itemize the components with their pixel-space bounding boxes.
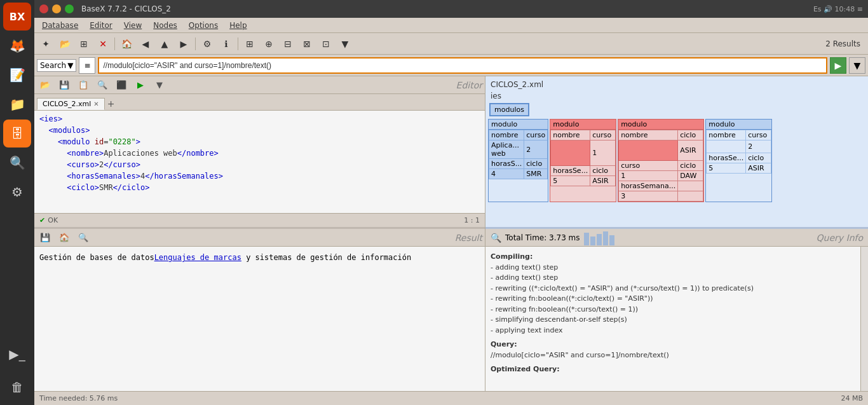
toolbar-dropdown[interactable]: ▼	[336, 36, 354, 52]
editor-open[interactable]: 📂	[37, 78, 53, 93]
m3-horas-empty	[678, 181, 703, 191]
m1-ciclo-label: ciclo	[524, 159, 548, 169]
menu-editor[interactable]: Editor	[85, 20, 118, 31]
maximize-button[interactable]	[65, 4, 74, 13]
toolbar-view4[interactable]: ⊠	[298, 36, 316, 52]
toolbar-up[interactable]: ▲	[156, 36, 173, 52]
modulos-node[interactable]: modulos	[489, 103, 529, 116]
chart-bar-4	[603, 231, 608, 245]
menu-database[interactable]: Database	[37, 20, 83, 31]
m1-ciclo-val: SMR	[524, 169, 548, 179]
main-toolbar: ✦ 📂 ⊞ ✕ 🏠 ◀ ▲ ▶ ⚙ ℹ ⊞ ⊕ ⊟ ⊠ ⊡ ▼ 2 Result…	[34, 33, 868, 55]
result-save[interactable]: 💾	[37, 230, 53, 245]
optimized-section: Optimized Query:	[491, 364, 855, 375]
menu-options[interactable]: Options	[184, 20, 223, 31]
toolbar-forward[interactable]: ▶	[175, 36, 193, 52]
toolbar-home[interactable]: 🏠	[118, 36, 135, 52]
editor-find[interactable]: 🔍	[94, 78, 111, 93]
sidebar-icon-editor[interactable]: 📝	[3, 61, 31, 89]
editor-filter[interactable]: ▼	[151, 78, 168, 93]
menu-view[interactable]: View	[119, 20, 147, 31]
compiling-section: Compiling: - adding text() step - adding…	[491, 252, 855, 336]
toolbar-delete[interactable]: ✕	[94, 36, 112, 52]
toolbar-grid[interactable]: ⊞	[75, 36, 93, 52]
new-tab-button[interactable]: +	[105, 97, 118, 110]
run-query-button[interactable]: ▶	[830, 57, 846, 74]
toolbar-open[interactable]: 📂	[56, 36, 74, 52]
filter-icon: ▼	[854, 60, 861, 71]
tab-close-icon[interactable]: ✕	[93, 100, 98, 107]
m4-ciclo-label: ciclo	[746, 153, 771, 163]
m2-nombre-val	[551, 141, 590, 166]
sidebar-icon-terminal[interactable]: ▶_	[3, 340, 31, 368]
query-chart	[584, 230, 614, 245]
m2-ciclo-label: ciclo	[590, 166, 616, 176]
main-area: BaseX 7.7.2 - CICLOS_2 Es 🔊 10:48 ≡ Data…	[34, 0, 868, 405]
sidebar-icon-basex[interactable]: BX	[3, 3, 31, 31]
left-panel: 📂 💾 📋 🔍 ⬛ ▶ ▼ Editor CICLOS_2.xml ✕ +	[34, 76, 485, 391]
m3-horas-val: 3	[619, 191, 678, 202]
query-format-button[interactable]: ≡	[79, 57, 95, 74]
result-text-2: y sistemas de gestión de información	[241, 253, 411, 262]
sidebar-icon-trash[interactable]: 🗑	[3, 373, 31, 401]
m3-ciclo2-val: DAW	[678, 171, 703, 181]
editor-tab[interactable]: CICLOS_2.xml ✕	[37, 98, 105, 110]
code-line-5: <curso>2</curso>	[39, 159, 480, 170]
module-2[interactable]: modulo nombre curso 1 horasSe..	[550, 119, 616, 202]
code-line-7: <ciclo>SMR</ciclo>	[39, 182, 480, 193]
query-input[interactable]	[98, 57, 827, 74]
query-info-content: Compiling: - adding text() step - adding…	[485, 247, 860, 391]
result-home[interactable]: 🏠	[56, 230, 72, 245]
editor-title: Editor	[456, 80, 482, 90]
editor-save[interactable]: 💾	[56, 78, 72, 93]
editor-saveas[interactable]: 📋	[75, 78, 92, 93]
minimize-button[interactable]	[52, 4, 61, 13]
compile-line-5: - rewriting fn:boolean((*:curso/text() =…	[491, 305, 855, 315]
sidebar-icon-db[interactable]: 🗄	[3, 120, 31, 148]
query-info-header: 🔍 Total Time: 3.73 ms Query Info	[485, 229, 868, 247]
compile-line-2: - adding text() step	[491, 273, 855, 284]
code-line-2: <modulos>	[39, 125, 480, 136]
toolbar-back[interactable]: ◀	[137, 36, 154, 52]
bottom-status-bar: Time needed: 5.76 ms 24 MB	[34, 391, 868, 405]
m1-nombre-label: nombre	[489, 130, 524, 141]
menu-nodes[interactable]: Nodes	[148, 20, 182, 31]
result-text-1: Gestión de bases de datos	[39, 253, 154, 262]
sidebar-icon-search[interactable]: 🔍	[3, 149, 31, 177]
toolbar-info[interactable]: ℹ	[217, 36, 235, 52]
editor-run[interactable]: ▶	[132, 78, 149, 93]
query-type-dropdown[interactable]: Search ▼	[37, 59, 76, 72]
editor-stop[interactable]: ⬛	[113, 78, 130, 93]
m2-curso-label: curso	[590, 130, 616, 141]
toolbar-view3[interactable]: ⊟	[279, 36, 297, 52]
query-info-scrollbar[interactable]	[860, 247, 868, 391]
toolbar-view2[interactable]: ⊕	[260, 36, 278, 52]
compiling-heading: Compiling:	[491, 252, 855, 263]
memory-info: 24 MB	[841, 394, 863, 402]
editor-content[interactable]: <ies> <modulos> <modulo id="0228"> <nomb…	[34, 111, 485, 213]
editor-section: 📂 💾 📋 🔍 ⬛ ▶ ▼ Editor CICLOS_2.xml ✕ +	[34, 76, 485, 229]
content-area: 📂 💾 📋 🔍 ⬛ ▶ ▼ Editor CICLOS_2.xml ✕ +	[34, 76, 868, 391]
module-1-header: modulo	[489, 120, 548, 130]
close-button[interactable]	[39, 4, 48, 13]
m3-ciclo-label: ciclo	[678, 130, 703, 141]
sidebar-icon-settings[interactable]: ⚙	[3, 178, 31, 206]
module-1[interactable]: modulo nombre curso Aplica...web 2	[488, 119, 548, 202]
compile-line-4: - rewriting fn:boolean((*:ciclo/text() =…	[491, 294, 855, 305]
toolbar-view1[interactable]: ⊞	[241, 36, 259, 52]
filter-button[interactable]: ▼	[849, 57, 865, 74]
result-link[interactable]: Lenguajes de marcas	[154, 253, 241, 262]
sidebar-icon-files[interactable]: 📁	[3, 90, 31, 118]
toolbar-wrench[interactable]: ⚙	[198, 36, 216, 52]
sidebar-icon-browser[interactable]: 🦊	[3, 32, 31, 60]
module-3[interactable]: modulo nombre ciclo ASIR curso	[618, 119, 704, 202]
toolbar-view5[interactable]: ⊡	[317, 36, 335, 52]
query-heading: Query:	[491, 340, 855, 350]
m4-horas-val: 5	[707, 163, 746, 174]
toolbar-new[interactable]: ✦	[37, 36, 55, 52]
module-4[interactable]: modulo nombre curso 2 horasSe..	[705, 119, 772, 202]
chart-bar-2	[590, 237, 595, 245]
m3-curso-label: curso	[619, 161, 678, 171]
result-find[interactable]: 🔍	[75, 230, 92, 245]
menu-help[interactable]: Help	[224, 20, 252, 31]
